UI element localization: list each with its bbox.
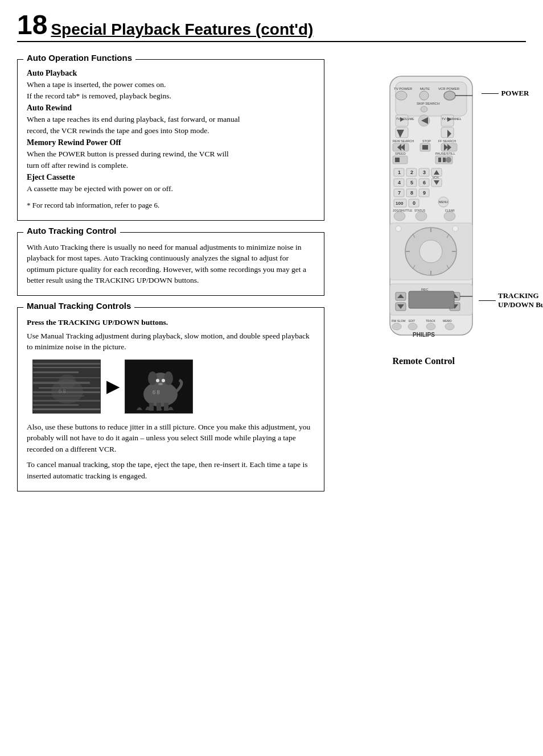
svg-rect-126 bbox=[409, 291, 454, 308]
svg-text:7: 7 bbox=[398, 190, 401, 196]
auto-operation-title: Auto Operation Functions bbox=[23, 53, 135, 63]
svg-text:PAUSE/STILL: PAUSE/STILL bbox=[435, 152, 455, 155]
svg-point-100 bbox=[416, 212, 427, 221]
svg-text:SKIP SEARCH: SKIP SEARCH bbox=[417, 102, 439, 105]
svg-text:EDIT: EDIT bbox=[409, 319, 415, 323]
svg-point-67 bbox=[446, 157, 451, 163]
svg-rect-25 bbox=[164, 403, 168, 411]
auto-playback-text: When a tape is inserted, the power comes… bbox=[27, 79, 315, 101]
svg-text:TRACK: TRACK bbox=[426, 319, 436, 323]
remote-area: POWER TRACKING UP/DOWN Buttons TV POWER … bbox=[381, 71, 481, 366]
svg-rect-1 bbox=[33, 363, 101, 365]
svg-text:0: 0 bbox=[413, 200, 416, 206]
eject-cassette-text: A cassette may be ejected with power on … bbox=[27, 183, 315, 195]
svg-text:TV VOLUME: TV VOLUME bbox=[396, 117, 414, 121]
page-header: 18 Special Playback Features (cont'd) bbox=[17, 11, 526, 42]
svg-text:100: 100 bbox=[396, 201, 404, 206]
svg-point-13 bbox=[59, 374, 76, 389]
manual-tracking-title: Manual Tracking Controls bbox=[23, 301, 134, 311]
tracking-label: TRACKING UP/DOWN Buttons bbox=[498, 291, 543, 309]
manual-tracking-footer2: To cancel manual tracking, stop the tape… bbox=[27, 459, 315, 481]
auto-tracking-content: With Auto Tracking there is usually no n… bbox=[27, 242, 315, 286]
manual-tracking-intro: Press the TRACKING UP/DOWN buttons. bbox=[27, 317, 315, 328]
svg-point-20 bbox=[156, 379, 159, 382]
svg-rect-61 bbox=[393, 156, 408, 164]
memory-rewind-subsection: Memory Rewind Power Off When the POWER b… bbox=[27, 138, 315, 171]
power-label: POWER bbox=[501, 89, 529, 98]
page-number: 18 bbox=[17, 11, 47, 39]
noisy-image: 6 8 bbox=[32, 360, 101, 414]
svg-text:VCR POWER: VCR POWER bbox=[438, 87, 460, 90]
svg-text:5: 5 bbox=[410, 180, 413, 185]
auto-playback-subsection: Auto Playback When a tape is inserted, t… bbox=[27, 69, 315, 101]
svg-rect-3 bbox=[33, 371, 79, 373]
svg-text:SPEED: SPEED bbox=[395, 152, 406, 155]
auto-tracking-title: Auto Tracking Control bbox=[23, 226, 120, 236]
svg-point-19 bbox=[164, 371, 173, 385]
main-layout: Auto Operation Functions Auto Playback W… bbox=[17, 59, 526, 503]
manual-tracking-text: Use Manual Tracking adjustment during pl… bbox=[27, 331, 315, 353]
svg-text:6 8: 6 8 bbox=[153, 389, 160, 395]
svg-point-134 bbox=[445, 323, 454, 330]
clear-image: 6 8 bbox=[125, 360, 193, 414]
auto-operation-content: Auto Playback When a tape is inserted, t… bbox=[27, 69, 315, 211]
svg-text:MENU: MENU bbox=[439, 200, 448, 204]
svg-text:TV CHANNEL: TV CHANNEL bbox=[442, 117, 462, 121]
memory-rewind-title: Memory Rewind Power Off bbox=[27, 138, 315, 147]
svg-text:6 8: 6 8 bbox=[59, 388, 66, 394]
svg-text:RW SLOW: RW SLOW bbox=[392, 319, 406, 323]
svg-rect-55 bbox=[422, 145, 428, 150]
auto-operation-section: Auto Operation Functions Auto Playback W… bbox=[17, 59, 324, 221]
svg-point-102 bbox=[444, 212, 455, 221]
memory-rewind-text: When the POWER button is pressed during … bbox=[27, 148, 315, 171]
svg-text:JOG/SHUTTLE: JOG/SHUTTLE bbox=[393, 209, 413, 212]
svg-point-34 bbox=[444, 91, 455, 100]
tracking-demo: 6 8 ▶ bbox=[32, 360, 315, 414]
auto-tracking-section: Auto Tracking Control With Auto Tracking… bbox=[17, 232, 324, 296]
svg-point-21 bbox=[162, 379, 165, 382]
footnote: * For record tab information, refer to p… bbox=[27, 200, 315, 211]
remote-svg: TV POWER MUTE VCR POWER SKIP SEARCH TV V… bbox=[381, 71, 481, 349]
svg-point-32 bbox=[396, 91, 407, 100]
svg-point-128 bbox=[392, 323, 401, 330]
svg-text:MUTE: MUTE bbox=[420, 87, 430, 90]
auto-tracking-text: With Auto Tracking there is usually no n… bbox=[27, 242, 315, 286]
left-column: Auto Operation Functions Auto Playback W… bbox=[17, 59, 324, 503]
svg-rect-65 bbox=[438, 158, 441, 162]
svg-point-98 bbox=[394, 212, 405, 221]
manual-tracking-content: Press the TRACKING UP/DOWN buttons. Use … bbox=[27, 317, 315, 482]
svg-rect-2 bbox=[33, 367, 101, 368]
svg-rect-62 bbox=[395, 158, 400, 162]
svg-point-36 bbox=[421, 106, 427, 112]
remote-control-label: Remote Control bbox=[393, 356, 481, 366]
svg-text:4: 4 bbox=[398, 180, 401, 185]
svg-text:REC: REC bbox=[421, 288, 429, 291]
eject-cassette-title: Eject Cassette bbox=[27, 173, 315, 182]
svg-text:2: 2 bbox=[410, 170, 413, 175]
svg-text:3: 3 bbox=[423, 170, 426, 175]
svg-text:STOP: STOP bbox=[422, 139, 431, 143]
svg-text:FF SEARCH: FF SEARCH bbox=[438, 139, 456, 143]
power-label-group: POWER bbox=[482, 89, 529, 98]
svg-point-107 bbox=[419, 240, 442, 263]
svg-point-132 bbox=[426, 323, 435, 330]
svg-point-33 bbox=[419, 91, 429, 100]
svg-point-18 bbox=[148, 371, 157, 385]
auto-playback-title: Auto Playback bbox=[27, 69, 315, 78]
svg-point-22 bbox=[158, 383, 163, 385]
auto-rewind-title: Auto Rewind bbox=[27, 104, 315, 113]
arrow-icon: ▶ bbox=[106, 377, 119, 396]
svg-point-104 bbox=[396, 226, 401, 232]
eject-cassette-subsection: Eject Cassette A cassette may be ejected… bbox=[27, 173, 315, 195]
manual-tracking-footer1: Also, use these buttons to reduce jitter… bbox=[27, 422, 315, 455]
svg-rect-66 bbox=[443, 158, 446, 162]
page-title: Special Playback Features (cont'd) bbox=[51, 21, 313, 39]
manual-tracking-section: Manual Tracking Controls Press the TRACK… bbox=[17, 307, 324, 491]
auto-rewind-text: When a tape reaches its end during playb… bbox=[27, 114, 315, 136]
svg-text:1: 1 bbox=[398, 170, 401, 175]
svg-rect-11 bbox=[33, 408, 101, 410]
svg-text:TV POWER: TV POWER bbox=[394, 87, 413, 90]
svg-rect-10 bbox=[33, 404, 79, 406]
svg-text:MEMO: MEMO bbox=[443, 319, 452, 323]
svg-text:6: 6 bbox=[423, 180, 426, 185]
